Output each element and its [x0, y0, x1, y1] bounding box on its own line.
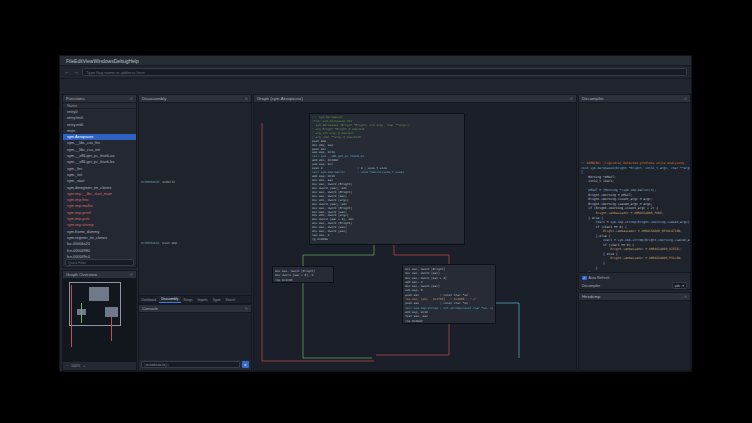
decompiler-controls: ✓ Auto Refresh Decompiler pdc ▾	[579, 272, 690, 289]
functions-panel: Functions ✕ Name entry0 entry.fini0 entr…	[62, 94, 137, 268]
graph-overview-title: Graph Overview	[66, 272, 97, 277]
app-window: FileEditViewWindowsDebugHelp ← → Type fl…	[59, 55, 692, 372]
console-panel: Console ✕ [0x00004b2b]> ?V .:: Welcome t…	[138, 304, 252, 371]
close-icon[interactable]: ✕	[684, 294, 687, 299]
close-icon[interactable]: ✕	[130, 96, 133, 101]
close-icon[interactable]: ✕	[245, 96, 248, 101]
functions-panel-header: Functions ✕	[63, 95, 136, 103]
minimap-toolbar: − 100% +	[63, 361, 136, 370]
hexdump-listing[interactable]: offset 0 1 2 3 4 5 6 7 8 9 A B C D E F 0…	[579, 301, 690, 370]
panel-tab[interactable]: Types	[210, 297, 223, 303]
minimap-node	[89, 287, 109, 301]
graph-overview-panel: Graph Overview ✕ − 100% +	[62, 270, 137, 371]
functions-quick-filter-input[interactable]: Quick Filter	[65, 259, 134, 266]
panel-tab[interactable]: Imports	[195, 297, 210, 303]
search-input[interactable]: Type flag name or address here	[82, 68, 687, 76]
console-title: Console	[142, 306, 158, 311]
main-toolbar: ← → Type flag name or address here	[60, 66, 691, 79]
graph-panel: Graph (sym.Aeropause) ✕ ;-- sym.Aeropaus…	[253, 94, 577, 371]
menu-item[interactable]: Help	[128, 58, 138, 64]
hexdump-title: Hexdump	[582, 294, 600, 299]
panel-tab[interactable]: Disassembly	[159, 296, 181, 303]
console-run-button[interactable]: ▸	[242, 361, 249, 368]
graph-header: Graph (sym.Aeropause) ✕	[254, 95, 576, 103]
auto-refresh-checkbox[interactable]: ✓	[582, 276, 587, 281]
menu-item[interactable]: Windows	[93, 58, 113, 64]
zoom-in-icon[interactable]: +	[83, 364, 85, 368]
bottom-tab-bar: Dashboard Disassembly Strings Imports Ty…	[138, 296, 252, 304]
decompiler-code[interactable]: // WARNING: [r2ghidra] Detected problems…	[579, 103, 690, 272]
function-list-item[interactable]: fcn.000049c0	[63, 254, 136, 258]
chevron-down-icon: ▾	[682, 284, 684, 288]
console-header: Console ✕	[139, 305, 251, 313]
decompiler-select-label: Decompiler	[582, 284, 600, 288]
close-icon[interactable]: ✕	[684, 96, 687, 101]
panel-tab[interactable]: Search	[223, 297, 238, 303]
menu-item[interactable]: Edit	[74, 58, 83, 64]
minimap-node	[105, 307, 118, 317]
decompiler-engine-select[interactable]: pdc ▾	[672, 282, 687, 289]
instruction-address: 0x00004b40	[141, 180, 159, 184]
disassembly-line[interactable]: 0x00004b44 push ebp	[139, 241, 251, 245]
graph-node-false[interactable]: mov eax, dword [Bright]mov eax, dword [e…	[402, 264, 496, 324]
console-output: [0x00004b2b]> ?V .:: Welcome to Cutter 1…	[139, 313, 251, 360]
zoom-out-icon[interactable]: −	[66, 364, 68, 368]
decompiler-panel: Decompiler ✕ // WARNING: [r2ghidra] Dete…	[578, 94, 691, 290]
disassembly-header: Disassembly ✕	[139, 95, 251, 103]
back-icon[interactable]: ←	[64, 69, 70, 75]
minimap-edge	[111, 317, 112, 341]
instruction-text: endbr32	[162, 180, 175, 184]
menu-item[interactable]: Debug	[114, 58, 129, 64]
close-icon[interactable]: ✕	[570, 96, 573, 101]
panel-tab[interactable]: Dashboard	[139, 297, 159, 303]
graph-node-true[interactable]: mov eax, dword [Bright]mov dword [eax + …	[272, 266, 334, 283]
disassembly-listing[interactable]: 0x00004b40 endbr32 0x00004b44 push ebp 0…	[139, 103, 251, 295]
decompiler-title: Decompiler	[582, 96, 604, 101]
functions-title: Functions	[66, 96, 85, 101]
hexdump-panel: Hexdump ✕ offset 0 1 2 3 4 5 6 7 8 9 A B…	[578, 292, 691, 371]
minimap-edge	[81, 303, 82, 323]
disassembly-panel: Disassembly ✕ 0x00004b40 endbr32 0x00004…	[138, 94, 252, 296]
instruction-text: push ebp	[162, 241, 177, 245]
menu-item[interactable]: File	[66, 58, 74, 64]
hexdump-header: Hexdump ✕	[579, 293, 690, 301]
decompiler-line: // WARNING: [r2ghidra] Detected problems…	[581, 161, 688, 166]
auto-refresh-label: Auto Refresh	[589, 276, 610, 280]
decompiler-line: void sym.Aeropause(Bright *Bright, int32…	[581, 166, 688, 171]
close-icon[interactable]: ✕	[245, 306, 248, 311]
panel-tab[interactable]: Strings	[181, 297, 195, 303]
disassembly-line[interactable]: 0x00004b40 endbr32	[139, 180, 251, 184]
console-command-input[interactable]: [0x00004b2b]>	[141, 361, 240, 368]
graph-node-line: jne 0x4bd2	[405, 319, 493, 323]
close-icon[interactable]: ✕	[130, 272, 133, 277]
instruction-address: 0x00004b44	[141, 241, 159, 245]
graph-minimap[interactable]	[63, 279, 136, 361]
menu-item[interactable]: View	[83, 58, 94, 64]
forward-icon[interactable]: →	[73, 69, 79, 75]
graph-node-entry[interactable]: ;-- sym.Aeropause:(fcn) sym.Aeropause 34…	[309, 113, 465, 245]
graph-title: Graph (sym.Aeropause)	[257, 96, 303, 101]
zoom-level-label: 100%	[71, 364, 80, 368]
decompiler-line: iVar1 = sym.imp.strcmp(Bright->morning->…	[581, 220, 688, 225]
decompiler-header: Decompiler ✕	[579, 95, 690, 103]
minimap-edge	[71, 285, 72, 347]
menu-bar: FileEditViewWindowsDebugHelp	[60, 56, 691, 66]
functions-list: entry0 entry.fini0 entry.init0 main sym.…	[63, 109, 136, 258]
disassembly-title: Disassembly	[142, 96, 166, 101]
graph-node-line: jg 0x4b9a	[312, 238, 462, 242]
graph-overview-header: Graph Overview ✕	[63, 271, 136, 279]
graph-node-line: jmp 0x4c06	[275, 278, 331, 282]
graph-canvas[interactable]: ;-- sym.Aeropause:(fcn) sym.Aeropause 34…	[254, 103, 576, 370]
